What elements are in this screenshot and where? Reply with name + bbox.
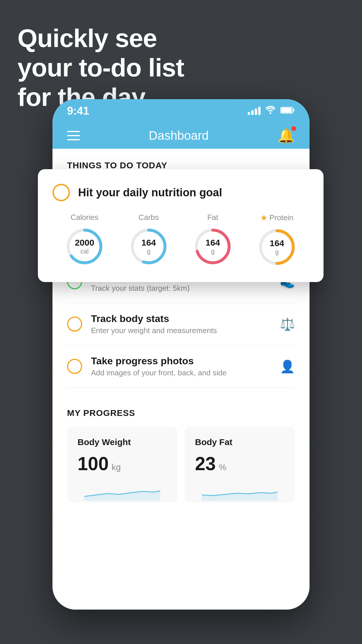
progress-section: MY PROGRESS Body Weight 100 kg	[52, 396, 310, 503]
svg-rect-2	[293, 109, 294, 111]
protein-value: 164	[270, 238, 284, 248]
progress-card-fat[interactable]: Body Fat 23 %	[184, 427, 295, 503]
calories-circle: 2000 cal	[64, 226, 105, 267]
status-icons	[248, 106, 295, 116]
todo-text-bodystats: Track body stats Enter your weight and m…	[91, 313, 271, 335]
fat-label: Fat	[207, 213, 218, 222]
todo-item-photos[interactable]: Take progress photos Add images of your …	[67, 345, 295, 388]
wifi-icon	[265, 106, 276, 116]
battery-icon	[280, 106, 295, 115]
fat-value-row: 23 %	[195, 453, 284, 475]
carbs-unit: g	[147, 248, 150, 255]
carbs-label: Carbs	[138, 213, 159, 222]
weight-value: 100	[78, 453, 109, 475]
weight-unit: kg	[112, 462, 121, 472]
card-title-fat: Body Fat	[195, 437, 284, 447]
todo-title-bodystats: Track body stats	[91, 313, 271, 324]
nutrition-carbs: Carbs 164 g	[128, 213, 169, 267]
calories-label: Calories	[71, 213, 98, 222]
nutrition-card: Hit your daily nutrition goal Calories 2…	[38, 169, 324, 282]
nutrition-protein: ★ Protein 164 g	[256, 213, 297, 267]
carbs-value: 164	[141, 238, 156, 248]
protein-label: Protein	[269, 213, 293, 222]
fat-unit-card: g	[211, 248, 215, 255]
photo-icon: 👤	[280, 359, 295, 374]
calories-unit: cal	[80, 248, 89, 255]
fat-unit: %	[219, 462, 226, 472]
status-bar: 9:41	[52, 99, 310, 123]
nav-bar: Dashboard 🔔	[52, 123, 310, 149]
card-header: Hit your daily nutrition goal	[52, 184, 309, 201]
todo-text-photos: Take progress photos Add images of your …	[91, 355, 271, 377]
nutrition-fat: Fat 164 g	[192, 213, 233, 267]
progress-cards: Body Weight 100 kg Body Fat	[67, 427, 295, 503]
carbs-circle: 164 g	[128, 226, 169, 267]
status-time: 9:41	[67, 105, 89, 117]
protein-unit: g	[275, 248, 279, 256]
fat-value: 23	[195, 453, 216, 475]
fat-chart	[195, 480, 284, 502]
bell-button[interactable]: 🔔	[277, 127, 295, 144]
progress-card-weight[interactable]: Body Weight 100 kg	[67, 427, 178, 503]
fat-circle: 164 g	[192, 226, 233, 267]
todo-sub-photos: Add images of your front, back, and side	[91, 368, 271, 377]
card-title: Hit your daily nutrition goal	[78, 186, 222, 199]
weight-chart	[78, 480, 167, 502]
nutrition-calories: Calories 2000 cal	[64, 213, 105, 267]
todo-sub-bodystats: Enter your weight and measurements	[91, 326, 271, 335]
weight-value-row: 100 kg	[78, 453, 167, 475]
protein-circle: 164 g	[256, 227, 297, 267]
nutrition-row: Calories 2000 cal Carbs	[52, 213, 309, 267]
todo-check-photos	[67, 359, 82, 374]
card-title-weight: Body Weight	[78, 437, 167, 447]
star-icon: ★	[260, 213, 268, 223]
signal-icon	[248, 107, 261, 115]
fat-value-card: 164	[205, 238, 220, 248]
menu-icon[interactable]	[67, 131, 80, 140]
hero-text: Quickly see your to-do list for the day.	[17, 23, 184, 112]
svg-rect-1	[281, 108, 292, 113]
scale-icon: ⚖️	[280, 317, 295, 331]
todo-title-photos: Take progress photos	[91, 355, 271, 367]
nav-title: Dashboard	[149, 129, 208, 143]
todo-check-bodystats	[67, 316, 82, 332]
task-circle	[52, 184, 70, 201]
progress-header: MY PROGRESS	[67, 408, 295, 418]
todo-item-bodystats[interactable]: Track body stats Enter your weight and m…	[67, 303, 295, 345]
todo-sub-running: Track your stats (target: 5km)	[91, 284, 271, 293]
notification-dot	[291, 126, 296, 131]
calories-value: 2000	[75, 238, 94, 248]
